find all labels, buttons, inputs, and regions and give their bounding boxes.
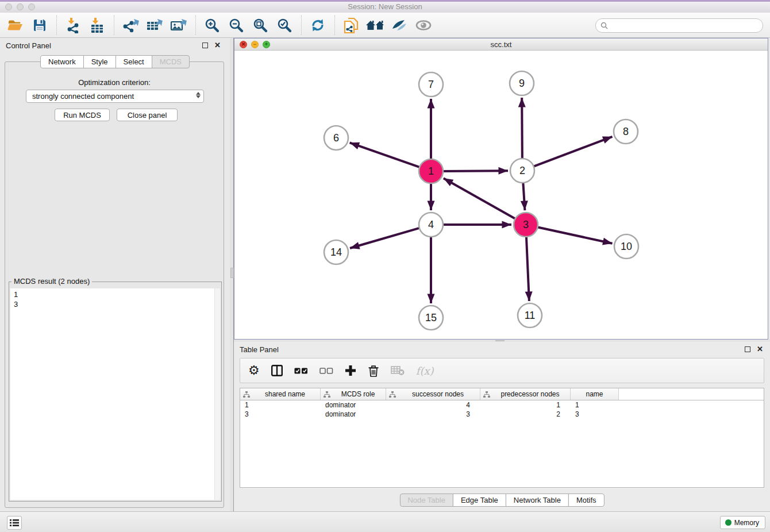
close-panel-icon[interactable]: ✕ <box>757 345 763 354</box>
zoom-selected-button[interactable] <box>275 16 294 35</box>
show-eye-icon <box>415 19 432 32</box>
tab-select[interactable]: Select <box>116 55 152 68</box>
column-header-successor-nodes[interactable]: successor nodes <box>386 388 480 400</box>
table-toolbar: ⚙ <box>240 358 764 383</box>
add-button[interactable] <box>345 363 356 379</box>
column-header-predecessor-nodes[interactable]: predecessor nodes <box>480 388 571 400</box>
float-panel-icon[interactable] <box>202 43 208 48</box>
tab-network[interactable]: Network <box>40 55 84 68</box>
column-header-MCDS-role[interactable]: MCDS role <box>321 388 386 400</box>
refresh-layout-button[interactable] <box>308 16 328 35</box>
hide-eye-button[interactable] <box>390 16 409 35</box>
mcds-panel: Optimization criterion: strongly connect… <box>5 61 224 508</box>
deselect-all-button[interactable] <box>319 363 333 379</box>
graph-node-label: 14 <box>330 246 342 258</box>
mcds-result-title: MCDS result (2 nodes) <box>11 277 92 286</box>
graph-edge-2-9[interactable] <box>522 98 522 160</box>
window-titlebar: Session: New Session <box>0 0 770 13</box>
graph-edge-3-10[interactable] <box>537 227 613 244</box>
save-session-button[interactable] <box>30 16 49 35</box>
table-cell: dominator <box>321 401 386 409</box>
node-attribute-table: shared nameMCDS rolesuccessor nodesprede… <box>240 388 764 488</box>
task-history-button[interactable] <box>7 516 22 530</box>
duplicate-network-button[interactable] <box>341 16 361 35</box>
select-all-icon <box>294 367 308 375</box>
zoom-out-button[interactable] <box>226 16 246 35</box>
graph-edge-2-3[interactable] <box>523 182 525 210</box>
tab-style[interactable]: Style <box>83 55 116 68</box>
graph-edge-4-14[interactable] <box>350 228 421 248</box>
toolbar-separator <box>56 16 57 35</box>
zoom-in-button[interactable] <box>202 16 222 35</box>
close-panel-button[interactable]: Close panel <box>117 109 178 121</box>
column-header-shared-name[interactable]: shared name <box>240 388 321 400</box>
gear-button[interactable]: ⚙ <box>248 363 260 379</box>
graph-edge-1-2[interactable] <box>442 171 508 171</box>
control-panel-header: Control Panel ✕ <box>0 38 230 53</box>
tab-node-table[interactable]: Node Table <box>399 494 453 507</box>
graph-node-label: 2 <box>519 165 525 176</box>
network-canvas[interactable]: 1234678910111415 <box>234 51 768 339</box>
table-cell: 4 <box>386 401 480 409</box>
graph-edge-3-11[interactable] <box>526 236 529 301</box>
column-header-label: predecessor nodes <box>490 390 570 398</box>
graph-edge-2-8[interactable] <box>533 137 613 167</box>
float-panel-icon[interactable] <box>745 346 750 352</box>
graph-edge-3-1[interactable] <box>444 178 517 219</box>
criterion-value: strongly connected component <box>32 92 134 101</box>
column-header-name[interactable]: name <box>571 388 619 400</box>
criterion-dropdown[interactable]: strongly connected component <box>26 90 204 103</box>
export-network-button[interactable] <box>121 16 140 35</box>
search-icon <box>600 22 608 29</box>
memory-status-icon <box>725 519 732 526</box>
run-mcds-button[interactable]: Run MCDS <box>55 109 110 121</box>
open-session-button[interactable] <box>6 16 25 35</box>
export-table-button[interactable] <box>145 16 164 35</box>
delete-button[interactable] <box>368 363 379 379</box>
show-eye-button[interactable] <box>414 16 433 35</box>
column-tree-icon <box>324 391 330 398</box>
function-builder-button[interactable]: f(x) <box>416 363 434 379</box>
duplicate-network-icon <box>343 17 359 34</box>
search-box[interactable] <box>595 18 763 33</box>
tab-mcds[interactable]: MCDS <box>152 55 190 68</box>
open-session-icon <box>7 18 24 32</box>
column-header-label: MCDS role <box>330 390 386 398</box>
column-visibility-button[interactable] <box>271 363 283 379</box>
destroy-table-button[interactable] <box>391 363 405 379</box>
splitter-grip[interactable] <box>495 340 505 341</box>
zoom-selected-icon <box>277 18 292 33</box>
memory-label: Memory <box>734 519 759 527</box>
table-panel-title: Table Panel <box>240 345 279 354</box>
tab-motifs[interactable]: Motifs <box>568 494 605 507</box>
select-all-button[interactable] <box>294 363 308 379</box>
close-panel-icon[interactable]: ✕ <box>214 41 221 50</box>
toolbar-separator <box>301 16 302 35</box>
table-row[interactable]: 3dominator323 <box>240 410 764 419</box>
mcds-result-area[interactable]: 1 3 <box>10 288 220 500</box>
destroy-table-icon <box>391 365 405 376</box>
show-networks-home-button[interactable] <box>365 16 385 35</box>
list-icon <box>10 519 19 527</box>
window-title: Session: New Session <box>0 2 770 11</box>
memory-button[interactable]: Memory <box>720 516 765 529</box>
graph-edge-1-6[interactable] <box>350 142 421 167</box>
table-row[interactable]: 1dominator411 <box>240 400 764 410</box>
table-cell: 1 <box>571 401 619 409</box>
network-window-titlebar: ✕ − + scc.txt <box>234 38 768 51</box>
search-input[interactable] <box>610 21 763 30</box>
import-network-button[interactable] <box>63 16 83 35</box>
export-image-button[interactable] <box>169 16 188 35</box>
mcds-result-box: MCDS result (2 nodes) 1 3 <box>9 282 222 502</box>
zoom-fit-button[interactable] <box>251 16 270 35</box>
tab-edge-table[interactable]: Edge Table <box>453 494 506 507</box>
column-tree-icon <box>483 391 490 398</box>
vertical-splitter[interactable] <box>230 38 234 511</box>
toolbar-separator <box>334 16 336 35</box>
control-panel-tabs: Network Style Select MCDS <box>40 55 190 68</box>
result-scrollbar[interactable] <box>214 288 220 500</box>
column-header-label: successor nodes <box>396 390 480 398</box>
graph-edges <box>350 98 613 303</box>
import-table-button[interactable] <box>87 16 107 35</box>
tab-network-table[interactable]: Network Table <box>506 494 569 507</box>
